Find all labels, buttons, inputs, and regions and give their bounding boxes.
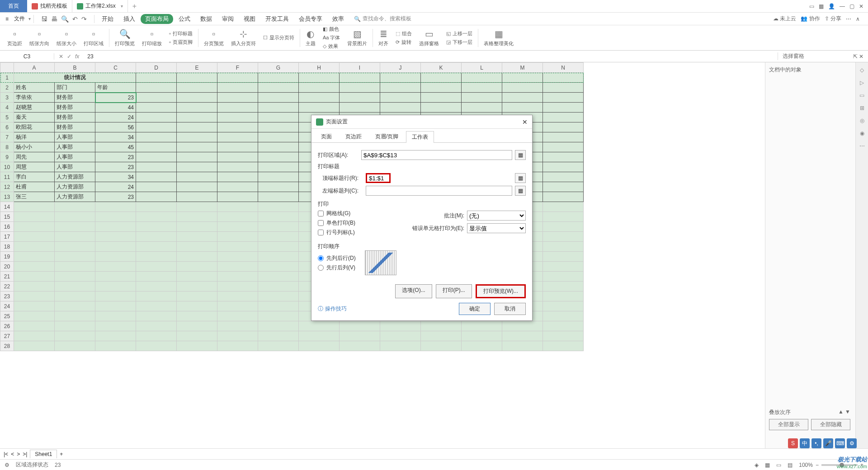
ribbon-colors[interactable]: ◧ 颜色 bbox=[323, 26, 340, 33]
sheet-tab[interactable]: Sheet1 bbox=[30, 450, 57, 458]
menu-tab-page-layout[interactable]: 页面布局 bbox=[141, 14, 173, 24]
tool-icon[interactable]: ◎ bbox=[860, 118, 864, 124]
dialog-tab-page[interactable]: 页面 bbox=[315, 131, 338, 142]
menu-tab-view[interactable]: 视图 bbox=[239, 15, 260, 23]
menu-tab-data[interactable]: 数据 bbox=[196, 15, 217, 23]
errors-select[interactable]: 显示值 bbox=[467, 223, 526, 233]
view-page-icon[interactable]: ▭ bbox=[776, 462, 781, 468]
ribbon-page-break-preview[interactable]: ▫分页预览 bbox=[200, 29, 227, 47]
grid-icon[interactable]: ▦ bbox=[819, 3, 824, 9]
ime-icon[interactable]: S bbox=[788, 438, 798, 448]
more-icon[interactable]: ⋯ bbox=[846, 16, 851, 22]
order-over-down-radio[interactable] bbox=[318, 265, 324, 271]
print-preview-button[interactable]: 打印预览(W)... bbox=[476, 284, 526, 298]
print-area-input[interactable] bbox=[361, 150, 512, 160]
view-break-icon[interactable]: ▤ bbox=[788, 462, 793, 468]
layout-icon[interactable]: ▭ bbox=[809, 3, 814, 9]
fx-confirm-icon[interactable]: ✓ bbox=[67, 53, 71, 60]
ribbon-orientation[interactable]: ▫纸张方向 bbox=[26, 29, 53, 47]
ribbon-fonts[interactable]: Aa 字体 bbox=[323, 34, 340, 41]
ime-voice-icon[interactable]: 🎤 bbox=[823, 438, 833, 448]
rowcol-checkbox[interactable] bbox=[318, 230, 324, 235]
share-button[interactable]: ⇪ 分享 bbox=[825, 15, 841, 23]
col-header[interactable]: J bbox=[380, 63, 421, 73]
hint-link[interactable]: 操作技巧 bbox=[325, 305, 347, 313]
menu-tab-review[interactable]: 审阅 bbox=[217, 15, 238, 23]
ime-lang-icon[interactable]: 中 bbox=[800, 438, 810, 448]
dialog-tab-sheet[interactable]: 工作表 bbox=[406, 131, 434, 143]
menu-file[interactable]: 文件 bbox=[11, 15, 28, 23]
ribbon-group-obj[interactable]: ⬚ 组合 bbox=[396, 30, 412, 37]
print-icon[interactable]: 🖶 bbox=[51, 15, 57, 23]
maximize-icon[interactable]: ▢ bbox=[849, 3, 854, 9]
save-icon[interactable]: 🖫 bbox=[41, 15, 47, 23]
col-header[interactable]: E bbox=[177, 63, 217, 73]
ribbon-selection-pane[interactable]: ▭选择窗格 bbox=[415, 28, 443, 47]
top-row-input[interactable] bbox=[366, 173, 391, 183]
ribbon-table-beautify[interactable]: ▦表格整理美化 bbox=[480, 28, 517, 47]
tab-template[interactable]: 找稻壳模板 bbox=[27, 0, 72, 12]
col-header[interactable]: G bbox=[258, 63, 299, 73]
menu-tab-efficiency[interactable]: 效率 bbox=[328, 15, 349, 23]
ribbon-show-breaks[interactable]: ☐ 显示分页符 bbox=[263, 34, 294, 41]
left-col-input[interactable] bbox=[366, 186, 512, 196]
ime-set-icon[interactable]: ⚙ bbox=[847, 438, 857, 448]
formula-input[interactable]: 23 bbox=[84, 53, 778, 60]
ribbon-effects[interactable]: ◇ 效果 bbox=[323, 43, 340, 50]
preview-icon[interactable]: 🔍 bbox=[61, 15, 69, 23]
ribbon-insert-break[interactable]: ⊹插入分页符 bbox=[227, 28, 259, 47]
ribbon-print-scale[interactable]: ▫打印缩放 bbox=[138, 29, 165, 47]
cloud-status[interactable]: ☁ 未上云 bbox=[773, 15, 796, 23]
col-header[interactable]: M bbox=[502, 63, 543, 73]
ok-button[interactable]: 确定 bbox=[459, 303, 491, 315]
sheet-nav-last[interactable]: >| bbox=[23, 451, 27, 457]
ribbon-send-backward[interactable]: ◲ 下移一层 bbox=[446, 39, 472, 46]
dialog-tab-header[interactable]: 页眉/页脚 bbox=[369, 131, 404, 142]
undo-icon[interactable]: ↶ bbox=[72, 15, 78, 23]
tool-icon[interactable]: ▭ bbox=[859, 92, 864, 99]
col-header[interactable]: H bbox=[299, 63, 340, 73]
tab-workbook[interactable]: 工作簿2.xlsx ▾ bbox=[72, 0, 128, 12]
close-icon[interactable]: ✕ bbox=[859, 3, 863, 9]
minimize-icon[interactable]: — bbox=[840, 3, 845, 9]
range-select-button[interactable]: ▦ bbox=[515, 173, 526, 183]
sheet-nav-next[interactable]: > bbox=[17, 451, 20, 457]
zoom-value[interactable]: 100% bbox=[799, 462, 813, 468]
ime-kb-icon[interactable]: ⌨ bbox=[835, 438, 845, 448]
fx-cancel-icon[interactable]: ✕ bbox=[59, 53, 63, 60]
col-header[interactable]: C bbox=[95, 63, 136, 73]
ribbon-print-area[interactable]: ▫打印区域 bbox=[80, 29, 107, 47]
col-header[interactable]: B bbox=[55, 63, 95, 73]
pane-close-icon[interactable]: ✕ bbox=[859, 53, 863, 60]
tab-add[interactable]: + bbox=[128, 2, 141, 10]
col-header[interactable]: D bbox=[136, 63, 177, 73]
col-header[interactable]: L bbox=[462, 63, 502, 73]
col-header[interactable]: N bbox=[543, 63, 584, 73]
fx-icon[interactable]: fx bbox=[75, 53, 79, 60]
menu-tab-member[interactable]: 会员专享 bbox=[294, 15, 327, 23]
tool-icon[interactable]: ◉ bbox=[860, 130, 864, 136]
move-down-icon[interactable]: ▼ bbox=[845, 409, 850, 415]
dialog-close-icon[interactable]: ✕ bbox=[522, 118, 528, 126]
dialog-tab-margins[interactable]: 页边距 bbox=[340, 131, 368, 142]
ribbon-size[interactable]: ▫纸张大小 bbox=[53, 29, 80, 47]
ribbon-header-footer[interactable]: ▫ 页眉页脚 bbox=[169, 39, 193, 46]
ribbon-rotate[interactable]: ⟳ 旋转 bbox=[396, 39, 412, 46]
ribbon-bring-forward[interactable]: ◱ 上移一层 bbox=[446, 30, 472, 37]
coop-button[interactable]: 👥 协作 bbox=[801, 15, 820, 23]
cancel-button[interactable]: 取消 bbox=[494, 303, 526, 315]
status-settings-icon[interactable]: ⚙ bbox=[5, 462, 9, 468]
sheet-add[interactable]: + bbox=[60, 451, 63, 457]
zoom-in-icon[interactable]: + bbox=[860, 462, 863, 468]
menu-tab-formula[interactable]: 公式 bbox=[174, 15, 195, 23]
tool-icon[interactable]: ▷ bbox=[860, 80, 864, 86]
col-header[interactable]: F bbox=[217, 63, 258, 73]
redo-icon[interactable]: ↷ bbox=[81, 15, 87, 23]
name-box[interactable]: C3 bbox=[0, 53, 54, 60]
menu-tab-insert[interactable]: 插入 bbox=[119, 15, 140, 23]
ribbon-print-preview[interactable]: 🔍打印预览 bbox=[111, 28, 138, 47]
sheet-nav-prev[interactable]: < bbox=[11, 451, 14, 457]
ribbon-print-titles[interactable]: ▫ 打印标题 bbox=[169, 30, 193, 37]
tab-dropdown-icon[interactable]: ▾ bbox=[121, 4, 123, 9]
pane-pin-icon[interactable]: ⇱ bbox=[853, 53, 858, 60]
